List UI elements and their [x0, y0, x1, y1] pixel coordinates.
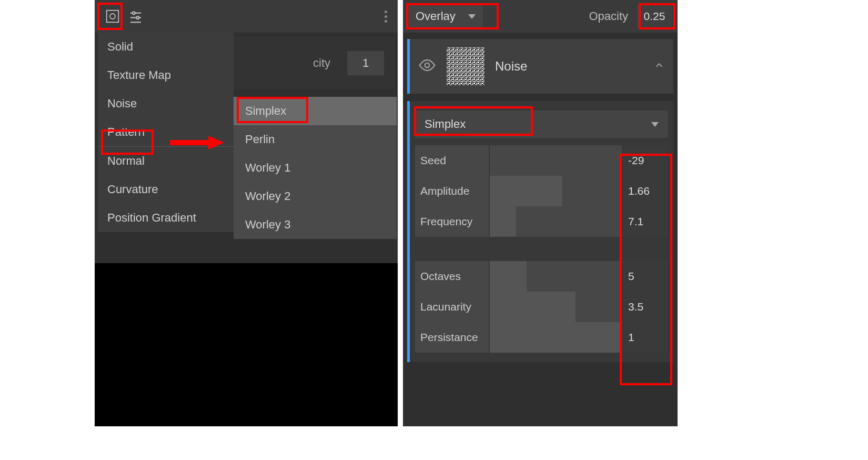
svg-point-3: [133, 12, 135, 14]
visibility-icon[interactable]: [418, 56, 436, 76]
property-label: Persistance: [415, 322, 489, 353]
menu-item-noise[interactable]: Noise: [98, 89, 234, 118]
highlight-noise: [101, 129, 154, 155]
property-slider[interactable]: [490, 206, 622, 237]
submenu-item-worley-2[interactable]: Worley 2: [234, 182, 397, 211]
property-slider[interactable]: [490, 145, 622, 176]
layer-row-noise[interactable]: Noise: [407, 39, 673, 94]
empty-area: [95, 263, 398, 426]
property-slider[interactable]: [490, 292, 622, 322]
sliders-icon[interactable]: [124, 5, 147, 28]
left-panel: city 1 Solid Texture Map Noise Pattern N…: [95, 0, 398, 426]
layer-thumbnail: [447, 47, 485, 85]
highlight-overlay: [406, 3, 499, 29]
menu-item-curvature[interactable]: Curvature: [98, 175, 234, 204]
property-slider[interactable]: [490, 176, 622, 206]
highlight-simplex: [237, 97, 308, 123]
property-label: Lacunarity: [415, 292, 489, 322]
right-panel: Overlay Opacity 0.25 Noise Simplex: [403, 0, 678, 426]
highlight-add-layer: [97, 3, 123, 30]
opacity-label: Opacity: [589, 9, 628, 23]
left-topbar: [95, 0, 398, 33]
property-label: Frequency: [415, 206, 489, 237]
arrow-icon: [167, 135, 225, 153]
layer-name-label: Noise: [495, 59, 527, 74]
highlight-noise-type: [414, 106, 533, 136]
menu-item-texture-map[interactable]: Texture Map: [98, 61, 234, 89]
submenu-item-perlin[interactable]: Perlin: [234, 125, 397, 154]
kebab-menu-icon[interactable]: [385, 11, 391, 23]
menu-item-solid[interactable]: Solid: [98, 33, 234, 61]
right-topbar: Overlay Opacity 0.25: [403, 0, 678, 33]
property-slider[interactable]: [490, 261, 622, 292]
highlight-values-column: [620, 154, 672, 385]
submenu-item-worley-3[interactable]: Worley 3: [234, 211, 397, 239]
noise-properties: Simplex Seed-29Amplitude1.66Frequency7.1…: [407, 101, 673, 362]
highlight-opacity-value: [639, 3, 675, 29]
chevron-down-icon: [651, 122, 659, 127]
svg-marker-8: [208, 136, 224, 149]
svg-point-5: [136, 16, 139, 19]
property-label: Amplitude: [415, 176, 489, 206]
menu-item-position-gradient[interactable]: Position Gradient: [98, 204, 234, 232]
opacity-value-bg[interactable]: 1: [347, 51, 384, 75]
chevron-up-icon[interactable]: [653, 59, 665, 73]
submenu-item-worley-1[interactable]: Worley 1: [234, 154, 397, 182]
opacity-label-fragment: city: [313, 56, 330, 70]
property-label: Octaves: [415, 261, 489, 292]
property-label: Seed: [415, 145, 489, 176]
property-slider[interactable]: [490, 322, 622, 353]
svg-point-9: [425, 63, 430, 68]
